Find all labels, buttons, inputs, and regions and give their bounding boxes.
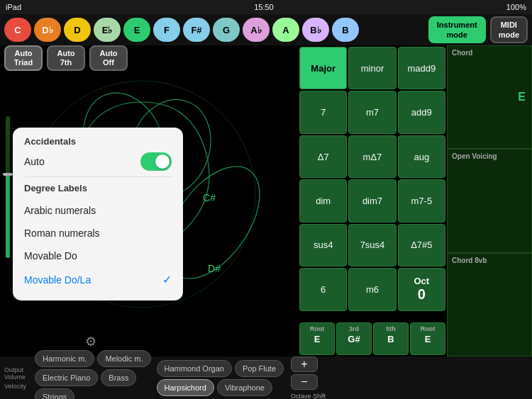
oct-control[interactable]: Oct 0 [398,268,445,310]
root-button[interactable]: Root E [299,322,335,355]
key-eb[interactable]: E♭ [94,18,121,42]
chord-m6-button[interactable]: m6 [348,268,396,310]
key-f[interactable]: F [153,18,180,42]
chord-dim7-button[interactable]: dim7 [348,179,396,222]
instrument-row-4: Hammond Organ Pop Flute [157,360,284,377]
instrument-grid-2: Hammond Organ Pop Flute Harpsichord Vibr… [157,360,284,396]
volume-slider-fill [6,173,10,258]
degree-labels-title: Degree Labels [24,183,172,193]
chord-delta7-button[interactable]: Δ7 [299,135,347,178]
note-cs-label: C# [203,192,216,203]
movable-do-option[interactable]: Movable Do [24,245,172,267]
auto-toggle-label: Auto [24,156,45,167]
auto-toggle[interactable] [140,152,172,171]
chord-8vb-label: Chord 8vb [452,257,487,264]
chord-6-button[interactable]: 6 [299,268,347,310]
open-voicing-label: Open Voicing [452,152,497,160]
auto-off-button[interactable]: AutoOff [89,45,128,71]
chord-7-button[interactable]: 7 [299,91,347,133]
instrument-row-5: Harpsichord Vibraphone [157,379,284,396]
chord-8vb-section[interactable]: Chord 8vb [447,253,532,356]
strings-button[interactable]: Strings [35,388,74,399]
bottom-chord-row: Root E 3rd G# 5th B Root E [298,321,447,356]
volume-slider-thumb[interactable] [3,173,13,176]
auto-toggle-row: Auto [24,152,172,171]
octave-shift-area: + − Octave Shift [291,356,326,400]
dropdown-popup: Accidentals Auto Degree Labels Arabic nu… [13,128,183,300]
instrument-row: OutputVolume Velocity Harmonic m. Melodi… [0,356,532,399]
key-c[interactable]: C [4,18,31,42]
mode-buttons: Instrumentmode MIDImode [428,16,528,44]
right-panel: Chord E Open Voicing Chord 8vb [447,45,532,356]
octave-minus-button[interactable]: − [291,374,318,390]
auto-triad-button[interactable]: AutoTriad [4,45,43,71]
key-b[interactable]: B [332,18,359,42]
hammond-organ-button[interactable]: Hammond Organ [157,360,232,377]
key-row: C D♭ D E♭ E F F# G A♭ A B♭ B Instrumentm… [0,14,532,45]
volume-slider-track[interactable] [6,116,10,258]
harpsichord-button[interactable]: Harpsichord [157,379,214,396]
oct-value: 0 [418,286,426,303]
instrument-row-1: Harmonic m. Melodic m. [35,350,151,367]
brass-button[interactable]: Brass [101,369,136,386]
chord-mdelta7-button[interactable]: mΔ7 [348,135,396,178]
chord-minor-button[interactable]: minor [348,47,396,89]
roman-numerals-option[interactable]: Roman numerals [24,222,172,245]
movable-do-la-option[interactable]: Movable Do/La ✓ [24,267,172,292]
auto-row: AutoTriad Auto7th AutoOff [4,45,128,71]
midi-mode-button[interactable]: MIDImode [490,16,528,44]
octave-plus-button[interactable]: + [291,356,318,372]
key-db[interactable]: D♭ [34,18,61,42]
root2-button[interactable]: Root E [410,322,445,355]
status-right: 100% [506,3,526,11]
chord-delta7s5-button[interactable]: Δ7#5 [398,224,445,266]
melodic-m-button[interactable]: Melodic m. [97,350,150,367]
chord-value: E [518,91,526,103]
fifth-button[interactable]: 5th B [373,322,409,355]
chord-sus4-button[interactable]: sus4 [299,224,347,266]
chord-m7-button[interactable]: m7 [348,91,396,133]
third-button[interactable]: 3rd G# [336,322,372,355]
harmonic-m-button[interactable]: Harmonic m. [35,350,94,367]
key-g[interactable]: G [213,18,240,42]
chord-panel: Major minor madd9 7 m7 add9 Δ7 mΔ7 aug d… [298,45,447,356]
key-a[interactable]: A [272,18,299,42]
status-left: iPad [6,3,21,11]
gear-icon[interactable]: ⚙ [85,334,96,349]
chord-dim-button[interactable]: dim [299,179,347,222]
electric-piano-button[interactable]: Electric Piano [35,369,98,386]
chord-add9-button[interactable]: add9 [398,91,445,133]
instrument-grid: Harmonic m. Melodic m. Electric Piano Br… [35,350,151,399]
roman-numerals-label: Roman numerals [24,227,100,239]
chord-major-button[interactable]: Major [299,47,347,89]
instrument-row-2: Electric Piano Brass [35,369,151,386]
key-bb[interactable]: B♭ [302,18,329,42]
chord-section[interactable]: Chord E [447,45,532,149]
open-voicing-section[interactable]: Open Voicing [447,149,532,252]
volume-controls: OutputVolume Velocity [4,366,26,390]
chord-madd9-button[interactable]: madd9 [398,47,445,89]
movable-do-la-label: Movable Do/La [24,274,91,286]
key-d[interactable]: D [64,18,91,42]
velocity-label: Velocity [4,383,26,390]
instrument-mode-button[interactable]: Instrumentmode [428,16,486,44]
status-time: 15:50 [254,3,274,11]
arabic-numerals-label: Arabic numerals [24,205,96,216]
chord-m7-5-button[interactable]: m7-5 [398,179,445,222]
note-ds-label: D# [208,263,221,274]
key-e[interactable]: E [123,18,150,42]
key-fs[interactable]: F# [183,18,210,42]
accidentals-title: Accidentals [24,136,172,147]
output-volume-label: OutputVolume [4,366,26,381]
movable-do-label: Movable Do [24,250,77,262]
pop-flute-button[interactable]: Pop Flute [235,360,284,377]
checkmark-icon: ✓ [162,273,172,286]
chord-7sus4-button[interactable]: 7sus4 [348,224,396,266]
chord-aug-button[interactable]: aug [398,135,445,178]
arabic-numerals-option[interactable]: Arabic numerals [24,199,172,222]
chord-section-label: Chord [452,49,472,57]
vibraphone-button[interactable]: Vibraphone [217,379,272,396]
oct-label: Oct [414,276,429,286]
auto-7th-button[interactable]: Auto7th [47,45,85,71]
key-ab[interactable]: A♭ [243,18,270,42]
